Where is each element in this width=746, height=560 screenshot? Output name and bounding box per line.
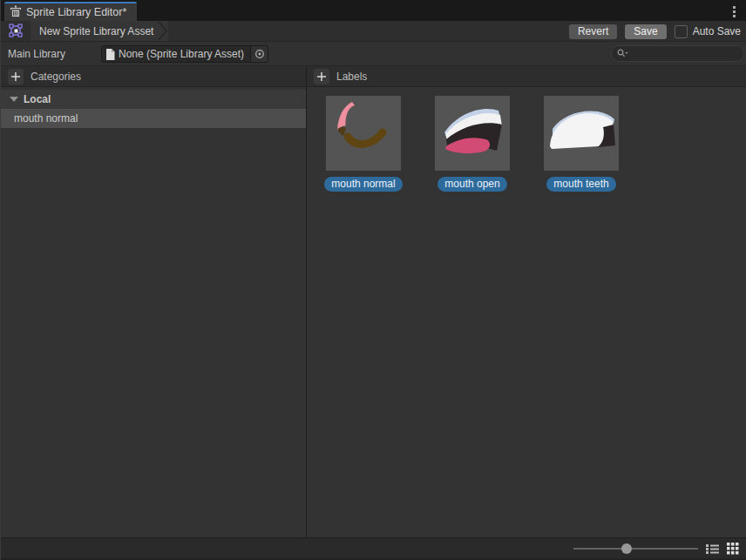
auto-save-label: Auto Save [693, 25, 741, 37]
labels-grid: mouth normal mouth open [307, 87, 746, 192]
foldout-label: Local [24, 93, 51, 105]
revert-button[interactable]: Revert [569, 24, 617, 39]
label-pill: mouth normal [324, 177, 402, 192]
search-input[interactable] [632, 48, 735, 60]
main-library-row: Main Library None (Sprite Library Asset) [1, 42, 746, 66]
tab-sprite-library-editor[interactable]: Sprite Library Editor* [4, 2, 137, 21]
main-library-label: Main Library [8, 48, 65, 60]
label-pill: mouth open [437, 177, 506, 192]
sprite-thumbnail-mouth-teeth [544, 96, 619, 171]
thumbnail-size-slider[interactable] [573, 538, 698, 559]
labels-panel: Labels mouth normal [307, 66, 746, 537]
add-label-button[interactable] [314, 69, 329, 84]
zoom-slider-handle[interactable] [621, 543, 632, 554]
sprite-library-asset-icon [8, 24, 24, 39]
categories-header-label: Categories [31, 71, 81, 83]
category-row-mouth-normal[interactable]: mouth normal [1, 109, 306, 128]
list-view-icon[interactable] [704, 542, 720, 556]
labels-header: Labels [307, 66, 746, 87]
bottom-bar [1, 537, 746, 560]
sprite-library-editor-window: Sprite Library Editor* New Sprite Librar… [0, 0, 746, 560]
local-foldout[interactable]: Local [1, 90, 306, 109]
label-item-mouth-teeth[interactable]: mouth teeth [544, 96, 619, 192]
tab-title: Sprite Library Editor* [26, 6, 126, 18]
labels-header-label: Labels [336, 71, 367, 83]
grid-view-icon[interactable] [725, 542, 741, 556]
category-list: Local mouth normal [1, 87, 306, 128]
auto-save-checkbox[interactable] [675, 25, 688, 38]
kebab-menu-icon[interactable] [728, 4, 740, 18]
search-field[interactable] [611, 45, 744, 62]
object-picker-icon[interactable] [250, 46, 268, 62]
sprite-library-editor-icon [10, 5, 22, 20]
main-library-object-field[interactable]: None (Sprite Library Asset) [101, 45, 268, 63]
label-item-mouth-open[interactable]: mouth open [435, 96, 510, 192]
label-pill: mouth teeth [546, 177, 615, 192]
slider-track[interactable] [573, 548, 698, 550]
sprite-thumbnail-mouth-open [435, 96, 510, 171]
categories-panel: Categories Local mouth normal [1, 66, 307, 537]
window-tab-bar: Sprite Library Editor* [1, 0, 746, 21]
sprite-thumbnail-mouth-normal [326, 96, 401, 171]
search-icon [617, 49, 628, 58]
label-item-mouth-normal[interactable]: mouth normal [326, 96, 401, 192]
breadcrumb-new-sprite-library-asset[interactable]: New Sprite Library Asset [31, 21, 159, 41]
categories-header: Categories [1, 66, 306, 87]
object-field-value: None (Sprite Library Asset) [119, 48, 244, 60]
editor-body: Categories Local mouth normal Labels [1, 66, 746, 537]
add-category-button[interactable] [8, 69, 24, 84]
breadcrumb-chevron-icon [159, 21, 168, 41]
asset-file-icon [105, 49, 115, 60]
save-button[interactable]: Save [625, 24, 666, 39]
asset-toolbar: New Sprite Library Asset Revert Save Aut… [1, 21, 746, 42]
foldout-arrow-icon [10, 97, 18, 102]
